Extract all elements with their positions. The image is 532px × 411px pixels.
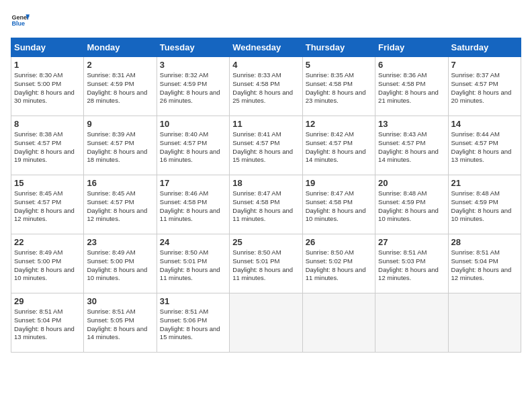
weekday-header-row: Sunday Monday Tuesday Wednesday Thursday… (11, 38, 521, 57)
day-number: 10 (160, 119, 226, 129)
calendar-day: 27Sunrise: 8:51 AM Sunset: 5:03 PM Dayli… (375, 234, 448, 293)
calendar-day: 4Sunrise: 8:33 AM Sunset: 4:58 PM Daylig… (230, 57, 302, 116)
day-info: Sunrise: 8:49 AM Sunset: 5:00 PM Dayligh… (87, 248, 153, 283)
day-number: 16 (87, 178, 153, 188)
day-number: 12 (306, 119, 372, 129)
day-number: 19 (306, 178, 372, 188)
day-number: 4 (232, 60, 299, 70)
day-number: 8 (14, 119, 81, 129)
day-info: Sunrise: 8:50 AM Sunset: 5:01 PM Dayligh… (160, 248, 226, 283)
calendar-week-row: 22Sunrise: 8:49 AM Sunset: 5:00 PM Dayli… (11, 234, 521, 293)
calendar-day: 22Sunrise: 8:49 AM Sunset: 5:00 PM Dayli… (11, 234, 84, 293)
day-number: 1 (14, 60, 81, 70)
day-info: Sunrise: 8:46 AM Sunset: 4:58 PM Dayligh… (160, 189, 226, 224)
day-info: Sunrise: 8:51 AM Sunset: 5:04 PM Dayligh… (451, 248, 518, 283)
day-number: 29 (14, 296, 81, 306)
day-number: 31 (160, 296, 226, 306)
calendar-day: 25Sunrise: 8:50 AM Sunset: 5:01 PM Dayli… (230, 234, 302, 293)
svg-text:Blue: Blue (11, 20, 25, 27)
day-info: Sunrise: 8:35 AM Sunset: 4:58 PM Dayligh… (306, 71, 372, 105)
calendar-day: 18Sunrise: 8:47 AM Sunset: 4:58 PM Dayli… (230, 175, 302, 234)
calendar-day: 28Sunrise: 8:51 AM Sunset: 5:04 PM Dayli… (448, 234, 521, 293)
calendar-day: 29Sunrise: 8:51 AM Sunset: 5:04 PM Dayli… (11, 293, 84, 353)
day-info: Sunrise: 8:51 AM Sunset: 5:06 PM Dayligh… (160, 308, 226, 342)
day-number: 17 (160, 178, 226, 188)
header-monday: Monday (84, 38, 157, 57)
day-info: Sunrise: 8:51 AM Sunset: 5:05 PM Dayligh… (87, 308, 153, 342)
calendar-week-row: 1Sunrise: 8:30 AM Sunset: 5:00 PM Daylig… (11, 57, 521, 116)
day-number: 28 (451, 237, 518, 247)
day-number: 23 (87, 237, 153, 247)
day-number: 6 (378, 60, 445, 70)
calendar-day: 8Sunrise: 8:38 AM Sunset: 4:57 PM Daylig… (11, 116, 84, 175)
empty-cell (375, 293, 448, 353)
day-number: 13 (378, 119, 445, 129)
header-saturday: Saturday (448, 38, 521, 57)
header-friday: Friday (375, 38, 448, 57)
calendar-week-row: 29Sunrise: 8:51 AM Sunset: 5:04 PM Dayli… (11, 293, 521, 353)
empty-cell (230, 293, 302, 353)
day-number: 5 (306, 60, 372, 70)
calendar-day: 6Sunrise: 8:36 AM Sunset: 4:58 PM Daylig… (375, 57, 448, 116)
calendar-day: 5Sunrise: 8:35 AM Sunset: 4:58 PM Daylig… (302, 57, 375, 116)
day-number: 27 (378, 237, 445, 247)
logo: General Blue (11, 11, 30, 30)
calendar-day: 13Sunrise: 8:43 AM Sunset: 4:57 PM Dayli… (375, 116, 448, 175)
day-info: Sunrise: 8:47 AM Sunset: 4:58 PM Dayligh… (232, 189, 299, 224)
calendar-day: 26Sunrise: 8:50 AM Sunset: 5:02 PM Dayli… (302, 234, 375, 293)
day-info: Sunrise: 8:48 AM Sunset: 4:59 PM Dayligh… (451, 189, 518, 224)
day-info: Sunrise: 8:45 AM Sunset: 4:57 PM Dayligh… (87, 189, 153, 224)
day-number: 21 (451, 178, 518, 188)
day-number: 7 (451, 60, 518, 70)
calendar: Sunday Monday Tuesday Wednesday Thursday… (11, 38, 521, 353)
header-tuesday: Tuesday (157, 38, 229, 57)
day-info: Sunrise: 8:50 AM Sunset: 5:01 PM Dayligh… (232, 248, 299, 283)
day-info: Sunrise: 8:41 AM Sunset: 4:57 PM Dayligh… (232, 130, 299, 165)
calendar-day: 15Sunrise: 8:45 AM Sunset: 4:57 PM Dayli… (11, 175, 84, 234)
calendar-week-row: 8Sunrise: 8:38 AM Sunset: 4:57 PM Daylig… (11, 116, 521, 175)
header-wednesday: Wednesday (230, 38, 302, 57)
day-number: 11 (232, 119, 299, 129)
day-number: 3 (160, 60, 226, 70)
day-number: 18 (232, 178, 299, 188)
calendar-day: 11Sunrise: 8:41 AM Sunset: 4:57 PM Dayli… (230, 116, 302, 175)
day-info: Sunrise: 8:38 AM Sunset: 4:57 PM Dayligh… (14, 130, 81, 165)
calendar-day: 17Sunrise: 8:46 AM Sunset: 4:58 PM Dayli… (157, 175, 229, 234)
day-number: 30 (87, 296, 153, 306)
calendar-day: 31Sunrise: 8:51 AM Sunset: 5:06 PM Dayli… (157, 293, 229, 353)
day-number: 2 (87, 60, 153, 70)
day-info: Sunrise: 8:32 AM Sunset: 4:59 PM Dayligh… (160, 71, 226, 105)
calendar-day: 10Sunrise: 8:40 AM Sunset: 4:57 PM Dayli… (157, 116, 229, 175)
day-number: 26 (306, 237, 372, 247)
logo-icon: General Blue (11, 11, 30, 30)
day-number: 20 (378, 178, 445, 188)
day-info: Sunrise: 8:31 AM Sunset: 4:59 PM Dayligh… (87, 71, 153, 105)
day-info: Sunrise: 8:40 AM Sunset: 4:57 PM Dayligh… (160, 130, 226, 165)
day-number: 22 (14, 237, 81, 247)
calendar-day: 20Sunrise: 8:48 AM Sunset: 4:59 PM Dayli… (375, 175, 448, 234)
day-info: Sunrise: 8:42 AM Sunset: 4:57 PM Dayligh… (306, 130, 372, 165)
day-info: Sunrise: 8:50 AM Sunset: 5:02 PM Dayligh… (306, 248, 372, 283)
day-info: Sunrise: 8:33 AM Sunset: 4:58 PM Dayligh… (232, 71, 299, 105)
calendar-day: 19Sunrise: 8:47 AM Sunset: 4:58 PM Dayli… (302, 175, 375, 234)
calendar-day: 1Sunrise: 8:30 AM Sunset: 5:00 PM Daylig… (11, 57, 84, 116)
day-info: Sunrise: 8:51 AM Sunset: 5:03 PM Dayligh… (378, 248, 445, 283)
day-info: Sunrise: 8:43 AM Sunset: 4:57 PM Dayligh… (378, 130, 445, 165)
day-info: Sunrise: 8:45 AM Sunset: 4:57 PM Dayligh… (14, 189, 81, 224)
day-number: 14 (451, 119, 518, 129)
empty-cell (448, 293, 521, 353)
calendar-day: 12Sunrise: 8:42 AM Sunset: 4:57 PM Dayli… (302, 116, 375, 175)
day-number: 24 (160, 237, 226, 247)
day-info: Sunrise: 8:36 AM Sunset: 4:58 PM Dayligh… (378, 71, 445, 105)
page-header: General Blue (11, 11, 521, 30)
day-info: Sunrise: 8:49 AM Sunset: 5:00 PM Dayligh… (14, 248, 81, 283)
day-number: 25 (232, 237, 299, 247)
calendar-day: 14Sunrise: 8:44 AM Sunset: 4:57 PM Dayli… (448, 116, 521, 175)
calendar-day: 30Sunrise: 8:51 AM Sunset: 5:05 PM Dayli… (84, 293, 157, 353)
calendar-day: 21Sunrise: 8:48 AM Sunset: 4:59 PM Dayli… (448, 175, 521, 234)
header-thursday: Thursday (302, 38, 375, 57)
day-number: 9 (87, 119, 153, 129)
day-info: Sunrise: 8:47 AM Sunset: 4:58 PM Dayligh… (306, 189, 372, 224)
day-number: 15 (14, 178, 81, 188)
calendar-day: 24Sunrise: 8:50 AM Sunset: 5:01 PM Dayli… (157, 234, 229, 293)
